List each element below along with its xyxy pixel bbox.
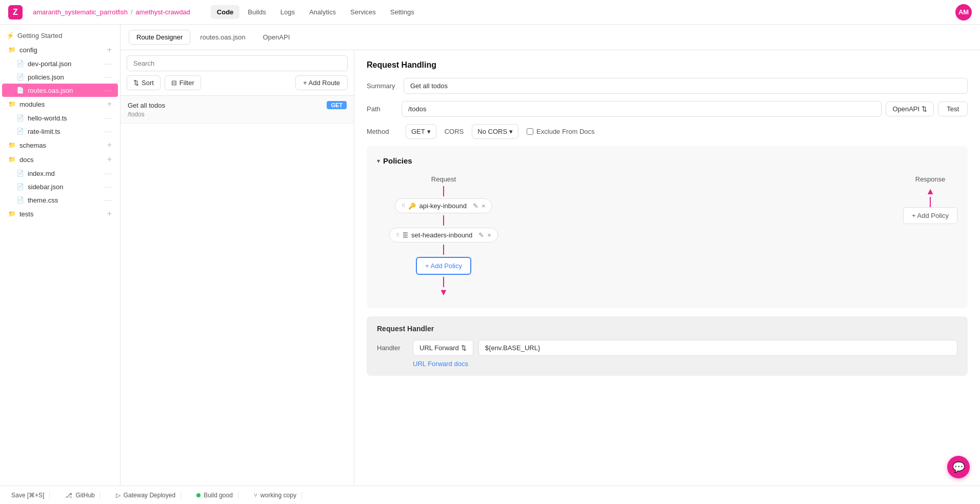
tab-openapi[interactable]: OpenAPI [255, 30, 298, 45]
sidebar-item-theme-css[interactable]: 📄 theme.css ··· [2, 193, 118, 207]
sidebar-item-dev-portal-json[interactable]: 📄 dev-portal.json ··· [2, 57, 118, 70]
main-nav-tabs: Code Builds Logs Analytics Services Sett… [211, 5, 421, 19]
add-policy-response-button[interactable]: + Add Policy [903, 207, 957, 224]
gateway-status-item: ▷ Gateway Deployed [111, 492, 181, 499]
github-status-item[interactable]: ⎇ GitHub [60, 492, 100, 499]
file-icon: 📄 [16, 60, 25, 67]
response-label: Response [915, 175, 946, 183]
flow-line-top [443, 186, 444, 196]
file-icon: 📄 [16, 183, 25, 190]
file-icon: 📄 [16, 196, 25, 204]
filter-button[interactable]: ⊟ Filter [165, 75, 201, 90]
handler-row: Handler URL Forward ⇅ [377, 340, 957, 356]
arrow-up-icon: ▲ [926, 186, 935, 197]
policy-pill-set-headers: ⠿ ☰ set-headers-inbound ✎ × [389, 228, 498, 243]
nav-tab-settings[interactable]: Settings [384, 5, 421, 19]
file-icon: 📄 [16, 170, 25, 177]
handler-title: Request Handler [377, 325, 957, 333]
openapi-button[interactable]: OpenAPI ⇅ [886, 102, 934, 116]
more-icon[interactable]: ··· [104, 73, 112, 81]
avatar[interactable]: AM [955, 4, 972, 21]
exclude-docs-label: Exclude From Docs [536, 128, 594, 135]
add-route-button[interactable]: + Add Route [295, 75, 348, 90]
route-item[interactable]: Get all todos GET /todos [121, 96, 354, 124]
folder-icon: 📁 [8, 142, 16, 149]
sidebar-item-modules[interactable]: 📁 modules + [2, 97, 118, 111]
add-icon[interactable]: + [107, 140, 112, 150]
more-icon[interactable]: ··· [104, 114, 112, 122]
test-button[interactable]: Test [938, 102, 968, 116]
summary-input[interactable] [404, 78, 968, 94]
project-name[interactable]: amaranth_systematic_parrotfish [33, 8, 128, 16]
more-icon[interactable]: ··· [104, 183, 112, 191]
search-input[interactable] [127, 55, 348, 71]
github-icon: ⎇ [65, 492, 72, 499]
sidebar-item-label: tests [19, 210, 104, 218]
more-icon[interactable]: ··· [104, 127, 112, 135]
handler-url-input[interactable] [478, 340, 957, 356]
path-label: Path [367, 105, 397, 113]
gateway-icon: ▷ [116, 492, 121, 499]
sidebar-item-policies-json[interactable]: 📄 policies.json ··· [2, 70, 118, 84]
url-forward-docs-link[interactable]: URL Forward docs [413, 360, 468, 368]
summary-label: Summary [367, 82, 397, 90]
add-icon[interactable]: + [107, 209, 112, 218]
tab-routes-oas-json[interactable]: routes.oas.json [192, 30, 253, 45]
request-handling-title: Request Handling [367, 61, 968, 70]
cors-value: No CORS [477, 128, 507, 135]
working-icon: ⑂ [254, 492, 257, 499]
build-dot [196, 493, 201, 497]
edit-icon[interactable]: ✎ [473, 202, 478, 210]
nav-tab-code[interactable]: Code [211, 5, 240, 19]
policies-header[interactable]: ▾ Policies [377, 156, 957, 165]
exclude-docs-checkbox[interactable] [527, 128, 533, 135]
app-logo: Z [8, 5, 23, 19]
sidebar-item-index-md[interactable]: 📄 index.md ··· [2, 167, 118, 180]
sidebar-item-rate-limit-ts[interactable]: 📄 rate-limit.ts ··· [2, 125, 118, 138]
method-select[interactable]: GET ▾ [406, 124, 436, 139]
add-icon[interactable]: + [107, 45, 112, 54]
route-list-panel: ⇅ Sort ⊟ Filter + Add Route Get all todo [121, 50, 354, 486]
sidebar-item-sidebar-json[interactable]: 📄 sidebar.json ··· [2, 180, 118, 193]
file-icon: 📄 [16, 114, 25, 122]
more-icon[interactable]: ··· [104, 59, 112, 68]
sidebar-item-tests[interactable]: 📁 tests + [2, 207, 118, 221]
path-input[interactable] [402, 101, 882, 117]
sidebar-item-hello-world-ts[interactable]: 📄 hello-world.ts ··· [2, 111, 118, 125]
add-policy-request-button[interactable]: + Add Policy [416, 257, 471, 275]
nav-tab-analytics[interactable]: Analytics [303, 5, 342, 19]
close-icon[interactable]: × [482, 202, 486, 210]
openapi-label: OpenAPI [892, 105, 919, 113]
flow-line-mid [443, 215, 444, 226]
sidebar-item-schemas[interactable]: 📁 schemas + [2, 138, 118, 152]
chat-button[interactable]: 💬 [947, 456, 970, 478]
sidebar-item-getting-started[interactable]: ⚡ Getting Started [0, 29, 120, 43]
repo-name[interactable]: amethyst-crawdad [136, 8, 190, 16]
save-status-item[interactable]: Save [⌘+S] [6, 492, 50, 499]
more-icon[interactable]: ··· [104, 86, 112, 94]
add-icon[interactable]: + [107, 155, 112, 164]
handler-select[interactable]: URL Forward ⇅ [413, 340, 473, 356]
sort-button[interactable]: ⇅ Sort [127, 75, 161, 90]
sidebar-item-config[interactable]: 📁 config + [2, 43, 118, 57]
edit-icon[interactable]: ✎ [478, 231, 484, 239]
summary-row: Summary [367, 78, 968, 94]
more-icon[interactable]: ··· [104, 196, 112, 204]
cors-select[interactable]: No CORS ▾ [472, 124, 518, 139]
nav-tab-services[interactable]: Services [344, 5, 382, 19]
method-label: Method [367, 128, 397, 135]
tab-route-designer[interactable]: Route Designer [129, 30, 190, 45]
sub-tabs: Route Designer routes.oas.json OpenAPI [121, 25, 980, 50]
sidebar-item-docs[interactable]: 📁 docs + [2, 152, 118, 167]
more-icon[interactable]: ··· [104, 169, 112, 177]
add-icon[interactable]: + [107, 99, 112, 109]
nav-tab-logs[interactable]: Logs [274, 5, 301, 19]
handler-section: Request Handler Handler URL Forward ⇅ UR… [367, 316, 968, 376]
sidebar-item-routes-oas-json[interactable]: 📄 routes.oas.json ··· [2, 84, 118, 97]
handler-label: Handler [377, 344, 408, 352]
close-icon[interactable]: × [487, 231, 491, 239]
sidebar-item-label: docs [19, 156, 104, 164]
nav-tab-builds[interactable]: Builds [242, 5, 272, 19]
filter-label: Filter [179, 79, 194, 87]
request-label: Request [431, 175, 456, 183]
